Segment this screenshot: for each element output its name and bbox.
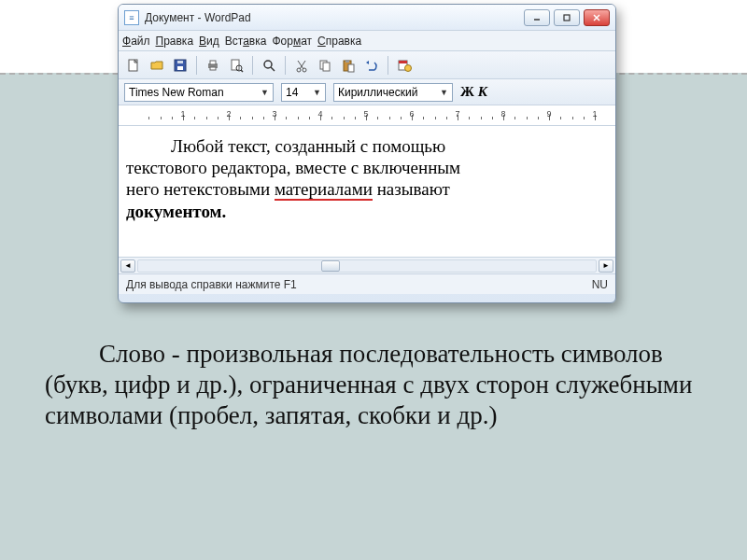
- ruler-number: 3: [272, 109, 276, 119]
- script-combo[interactable]: Кириллический ▼: [333, 83, 453, 102]
- menu-view[interactable]: Вид: [199, 35, 219, 48]
- new-icon: [126, 58, 141, 73]
- cut-icon: [294, 58, 309, 73]
- scroll-thumb[interactable]: [321, 260, 340, 272]
- font-value: Times New Roman: [129, 86, 257, 99]
- svg-rect-11: [210, 67, 216, 70]
- undo-button[interactable]: [362, 56, 381, 75]
- window-title: Документ - WordPad: [145, 11, 524, 24]
- minimize-button[interactable]: [524, 9, 550, 26]
- menu-insert[interactable]: Вставка: [225, 35, 267, 48]
- status-hint: Для вывода справки нажмите F1: [126, 278, 297, 291]
- find-icon: [261, 58, 276, 73]
- status-indicator: NU: [592, 278, 608, 291]
- save-icon: [173, 58, 188, 73]
- maximize-icon: [562, 13, 571, 22]
- svg-rect-8: [177, 61, 183, 63]
- svg-line-14: [241, 70, 243, 72]
- ruler-number: 8: [500, 109, 505, 119]
- doc-text: называют: [373, 179, 450, 199]
- doc-text-bold: документом.: [126, 202, 226, 221]
- menu-format[interactable]: Формат: [272, 35, 312, 48]
- print-button[interactable]: [204, 56, 222, 75]
- caption-text: Слово - произвольная последовательность …: [45, 339, 698, 431]
- svg-marker-26: [366, 61, 369, 64]
- titlebar[interactable]: ≡ Документ - WordPad: [119, 5, 615, 31]
- statusbar: Для вывода справки нажмите F1 NU: [119, 273, 615, 294]
- datetime-icon: [397, 58, 412, 73]
- size-value: 14: [286, 86, 309, 99]
- svg-rect-7: [177, 66, 183, 70]
- toolbar-sep-3: [285, 56, 286, 75]
- ruler-number: 9: [546, 109, 551, 119]
- cut-button[interactable]: [292, 56, 311, 75]
- preview-icon: [229, 58, 244, 73]
- ruler-number: 7: [455, 109, 459, 119]
- scroll-track[interactable]: [137, 259, 597, 273]
- minimize-icon: [532, 13, 542, 22]
- menubar: Файл Правка Вид Вставка Формат Справка: [119, 31, 615, 51]
- ruler[interactable]: 1234567891: [119, 105, 615, 126]
- chevron-down-icon: ▼: [440, 88, 448, 97]
- menu-help[interactable]: Справка: [317, 35, 361, 48]
- ruler-number: 6: [409, 109, 414, 119]
- scroll-left-button[interactable]: ◄: [120, 259, 135, 273]
- italic-button[interactable]: К: [478, 84, 487, 100]
- doc-text: Любой текст, созданный с помощью: [171, 136, 445, 156]
- ruler-number: 4: [317, 109, 322, 119]
- chevron-down-icon: ▼: [313, 88, 321, 97]
- horizontal-scrollbar[interactable]: ◄ ►: [119, 257, 615, 273]
- wordpad-window: ≡ Документ - WordPad Файл Правка Вид Вст…: [118, 4, 616, 303]
- app-icon: ≡: [124, 10, 139, 25]
- paste-icon: [341, 58, 356, 73]
- script-value: Кириллический: [338, 86, 436, 99]
- toolbar: [119, 51, 615, 79]
- svg-rect-24: [345, 60, 349, 63]
- ruler-number: 1: [592, 109, 597, 119]
- doc-text: него нетекстовыми: [126, 179, 275, 199]
- scroll-right-button[interactable]: ►: [599, 259, 613, 273]
- preview-button[interactable]: [227, 56, 246, 75]
- svg-point-19: [297, 68, 301, 72]
- size-combo[interactable]: 14 ▼: [281, 83, 326, 102]
- copy-icon: [317, 58, 332, 73]
- bold-button[interactable]: Ж: [460, 84, 474, 100]
- svg-point-15: [264, 61, 272, 68]
- paste-button[interactable]: [339, 56, 358, 75]
- document-area[interactable]: Любой текст, созданный с помощью текстов…: [119, 126, 615, 257]
- svg-point-29: [405, 64, 412, 71]
- ruler-number: 5: [363, 109, 368, 119]
- save-button[interactable]: [171, 56, 190, 75]
- close-button[interactable]: [584, 9, 610, 26]
- format-bar: Times New Roman ▼ 14 ▼ Кириллический ▼ Ж…: [119, 79, 615, 105]
- copy-button[interactable]: [316, 56, 334, 75]
- find-button[interactable]: [260, 56, 278, 75]
- doc-text-underlined: материалами: [275, 179, 373, 201]
- open-icon: [149, 58, 164, 73]
- svg-rect-10: [210, 61, 216, 64]
- toolbar-sep-1: [196, 56, 197, 75]
- svg-rect-25: [348, 64, 354, 72]
- print-icon: [205, 58, 220, 73]
- slide-caption: Слово - произвольная последовательность …: [45, 339, 698, 431]
- font-combo[interactable]: Times New Roman ▼: [124, 83, 274, 102]
- svg-point-20: [303, 68, 306, 72]
- maximize-button[interactable]: [554, 9, 580, 26]
- toolbar-sep-4: [388, 56, 388, 75]
- new-button[interactable]: [124, 56, 143, 75]
- svg-rect-22: [323, 63, 330, 71]
- svg-rect-12: [232, 60, 239, 70]
- datetime-button[interactable]: [395, 56, 414, 75]
- ruler-number: 1: [180, 109, 185, 119]
- ruler-number: 2: [226, 109, 231, 119]
- toolbar-sep-2: [252, 56, 253, 75]
- menu-file[interactable]: Файл: [122, 35, 150, 48]
- undo-icon: [364, 58, 379, 73]
- menu-edit[interactable]: Правка: [156, 35, 194, 48]
- close-icon: [592, 13, 601, 22]
- svg-rect-28: [399, 61, 407, 63]
- svg-line-16: [271, 67, 275, 71]
- doc-text: текстового редактора, вместе с включенны…: [126, 158, 460, 177]
- open-button[interactable]: [148, 56, 166, 75]
- chevron-down-icon: ▼: [261, 88, 269, 97]
